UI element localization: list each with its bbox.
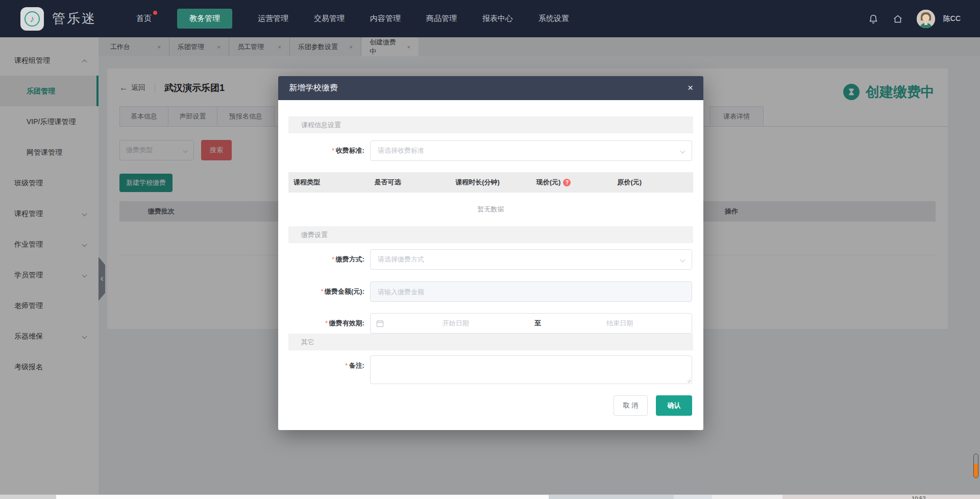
navbar-right: 陈CC: [868, 0, 961, 37]
field-payment-amount: *缴费金额(元):: [278, 281, 703, 302]
calendar-icon: [376, 320, 384, 327]
end-date-placeholder[interactable]: 结束日期: [548, 319, 692, 328]
scrollbar-thumb[interactable]: [973, 454, 978, 478]
fee-standard-select[interactable]: 请选择收费标准: [370, 140, 692, 161]
column-header-duration: 课程时长(分钟): [450, 178, 531, 187]
nav-item-reports[interactable]: 报表中心: [482, 14, 513, 23]
section-payment-settings: 缴费设置: [288, 226, 693, 243]
required-mark: *: [332, 147, 334, 154]
payment-period-daterange[interactable]: 开始日期 至 结束日期: [370, 313, 692, 334]
required-mark: *: [345, 362, 348, 369]
course-table-header: 课程类型 是否可选 课程时长(分钟) 现价(元) ? 原价(元): [288, 172, 693, 193]
nav-item-academic[interactable]: 教务管理: [177, 9, 232, 29]
help-icon[interactable]: ?: [563, 179, 571, 186]
bell-icon[interactable]: [868, 13, 879, 25]
nav-item-goods[interactable]: 商品管理: [426, 14, 457, 23]
confirm-button[interactable]: 确认: [656, 395, 692, 416]
chevron-down-icon: [680, 149, 685, 154]
dialog-header: 新增学校缴费 ×: [278, 76, 703, 100]
notification-dot-icon: [153, 11, 157, 15]
taskbar-clock: 10:52: [912, 495, 926, 499]
section-other: 其它: [288, 334, 693, 350]
nav-item-content[interactable]: 内容管理: [370, 14, 401, 23]
nav-item-settings[interactable]: 系统设置: [538, 14, 569, 23]
section-course-info: 课程信息设置: [288, 116, 693, 133]
field-fee-standard: *收费标准: 请选择收费标准: [278, 140, 703, 161]
top-navbar: ♪ 管乐迷 首页 教务管理 运营管理 交易管理 内容管理 商品管理 报表中心 系…: [0, 0, 980, 37]
add-school-payment-dialog: 新增学校缴费 × 课程信息设置 *收费标准: 请选择收费标准 课程类型 是否可选…: [278, 76, 703, 430]
home-icon[interactable]: [892, 13, 903, 25]
required-mark: *: [325, 319, 328, 327]
date-separator: 至: [528, 319, 548, 328]
payment-method-select[interactable]: 请选择缴费方式: [370, 249, 692, 270]
start-date-placeholder[interactable]: 开始日期: [384, 319, 528, 328]
nav-item-operations[interactable]: 运营管理: [258, 14, 288, 23]
field-remark: *备注:: [278, 355, 703, 384]
remark-textarea[interactable]: [370, 355, 692, 384]
dialog-title: 新增学校缴费: [289, 83, 338, 93]
column-header-current-price: 现价(元) ?: [531, 178, 612, 187]
empty-data-text: 暂无数据: [288, 193, 693, 226]
app-logo-icon: ♪: [20, 7, 44, 31]
user-name[interactable]: 陈CC: [943, 14, 961, 23]
payment-amount-input[interactable]: [370, 281, 692, 302]
course-table: 课程类型 是否可选 课程时长(分钟) 现价(元) ? 原价(元) 暂无数据: [288, 172, 693, 226]
dialog-footer: 取 消 确认: [278, 395, 692, 416]
taskbar-sliver: 10:52: [0, 494, 980, 499]
required-mark: *: [321, 288, 323, 295]
field-payment-method: *缴费方式: 请选择缴费方式: [278, 249, 703, 270]
nav-item-home[interactable]: 首页: [136, 14, 152, 23]
main-nav: 首页 教务管理 运营管理 交易管理 内容管理 商品管理 报表中心 系统设置: [136, 9, 569, 29]
required-mark: *: [332, 255, 334, 263]
field-payment-period: *缴费有效期: 开始日期 至 结束日期: [278, 313, 703, 334]
column-header-optional: 是否可选: [370, 178, 451, 187]
nav-item-trade[interactable]: 交易管理: [314, 14, 345, 23]
brand: ♪ 管乐迷: [20, 7, 96, 31]
app-root: ♪ 管乐迷 首页 教务管理 运营管理 交易管理 内容管理 商品管理 报表中心 系…: [0, 0, 980, 499]
avatar[interactable]: [917, 10, 935, 28]
chevron-down-icon: [680, 257, 685, 263]
cancel-button[interactable]: 取 消: [614, 395, 648, 416]
brand-name: 管乐迷: [52, 10, 96, 28]
column-header-original-price: 原价(元): [612, 178, 693, 187]
close-icon[interactable]: ×: [688, 82, 693, 93]
column-header-course-type: 课程类型: [288, 178, 370, 187]
